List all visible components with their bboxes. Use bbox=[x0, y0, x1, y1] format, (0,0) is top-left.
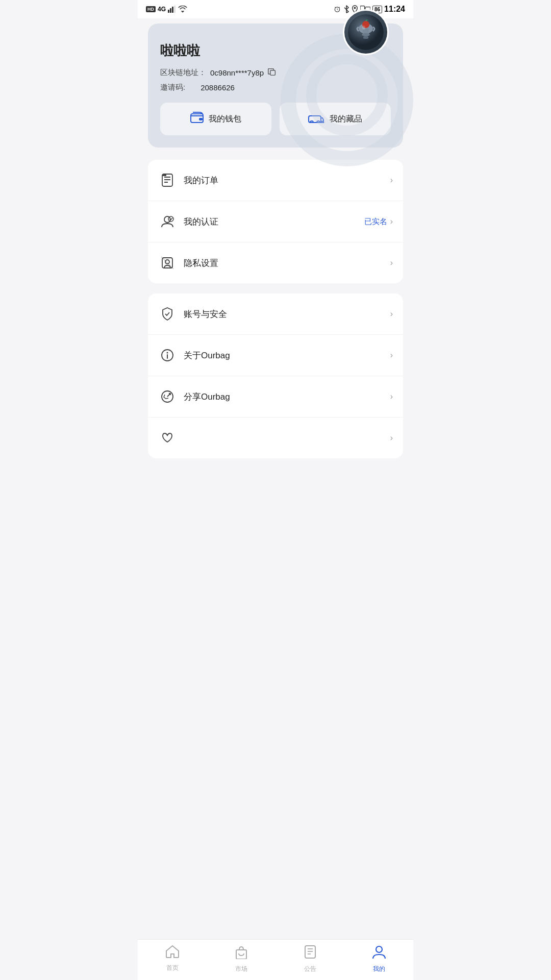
collection-label: 我的藏品 bbox=[330, 114, 362, 125]
invite-row: 邀请码: 20886626 bbox=[160, 83, 391, 92]
info-icon bbox=[158, 346, 177, 364]
auth-chevron: › bbox=[390, 217, 393, 226]
privacy-icon bbox=[158, 254, 177, 272]
menu-item-account[interactable]: 账号与安全 › bbox=[148, 293, 403, 335]
account-label: 账号与安全 bbox=[184, 308, 390, 320]
privacy-right: › bbox=[390, 258, 393, 267]
menu-item-privacy[interactable]: 隐私设置 › bbox=[148, 242, 403, 283]
shield-icon bbox=[158, 305, 177, 323]
alarm-icon bbox=[333, 6, 341, 13]
svg-rect-23 bbox=[162, 174, 166, 176]
blockchain-row: 区块链地址： 0c98nn****7y8p bbox=[160, 68, 391, 78]
signal-bars-icon bbox=[168, 6, 176, 13]
bluetooth-icon bbox=[343, 5, 349, 13]
svg-rect-1 bbox=[170, 8, 171, 13]
wallet-icon bbox=[190, 112, 204, 126]
avatar-image bbox=[344, 11, 387, 54]
svg-rect-3 bbox=[174, 6, 176, 13]
page-content: 啦啦啦 区块链地址： 0c98nn****7y8p 邀请码: 20886626 bbox=[138, 18, 413, 514]
about-chevron: › bbox=[390, 351, 393, 360]
svg-point-5 bbox=[354, 7, 356, 9]
svg-rect-15 bbox=[270, 70, 276, 76]
orders-label: 我的订单 bbox=[184, 175, 390, 186]
auth-status: 已实名 bbox=[364, 217, 387, 227]
heart-icon bbox=[158, 429, 177, 447]
signal-4g: 4G bbox=[158, 6, 166, 13]
more-chevron: › bbox=[390, 433, 393, 443]
share-icon bbox=[158, 387, 177, 406]
profile-card: 啦啦啦 区块链地址： 0c98nn****7y8p 邀请码: 20886626 bbox=[148, 23, 403, 148]
invite-label: 邀请码: bbox=[160, 83, 185, 92]
svg-rect-2 bbox=[172, 7, 173, 13]
about-right: › bbox=[390, 351, 393, 360]
auth-icon bbox=[158, 212, 177, 231]
svg-rect-12 bbox=[363, 36, 368, 39]
hd-badge: HD bbox=[146, 6, 156, 12]
avatar-artwork bbox=[348, 14, 384, 50]
share-label: 分享Ourbag bbox=[184, 391, 390, 403]
privacy-chevron: › bbox=[390, 258, 393, 267]
svg-rect-0 bbox=[168, 10, 169, 13]
share-chevron: › bbox=[390, 392, 393, 401]
wifi-icon bbox=[178, 6, 187, 13]
svg-point-25 bbox=[168, 216, 173, 222]
menu-section-1: 我的订单 › 我的认证 已实名 › bbox=[148, 160, 403, 283]
menu-item-more[interactable]: › bbox=[148, 418, 403, 458]
auth-right: 已实名 › bbox=[364, 217, 393, 227]
svg-point-11 bbox=[362, 33, 370, 36]
more-right: › bbox=[390, 433, 393, 443]
orders-chevron: › bbox=[390, 176, 393, 185]
avatar bbox=[343, 9, 389, 55]
menu-item-share[interactable]: 分享Ourbag › bbox=[148, 376, 403, 418]
blockchain-label: 区块链地址： bbox=[160, 68, 206, 78]
menu-section-2: 账号与安全 › 关于Ourbag › bbox=[148, 293, 403, 458]
menu-item-about[interactable]: 关于Ourbag › bbox=[148, 335, 403, 376]
share-right: › bbox=[390, 392, 393, 401]
svg-point-29 bbox=[167, 352, 168, 354]
blockchain-value: 0c98nn****7y8p bbox=[210, 68, 264, 77]
wallet-label: 我的钱包 bbox=[209, 114, 241, 125]
menu-item-auth[interactable]: 我的认证 已实名 › bbox=[148, 201, 403, 242]
svg-rect-17 bbox=[199, 118, 203, 120]
menu-item-orders[interactable]: 我的订单 › bbox=[148, 160, 403, 201]
account-right: › bbox=[390, 309, 393, 318]
time-display: 11:24 bbox=[384, 5, 405, 14]
auth-label: 我的认证 bbox=[184, 216, 364, 228]
orders-right: › bbox=[390, 176, 393, 185]
collection-button[interactable]: 我的藏品 bbox=[280, 103, 391, 135]
privacy-label: 隐私设置 bbox=[184, 257, 390, 269]
collection-icon bbox=[308, 112, 324, 126]
about-label: 关于Ourbag bbox=[184, 350, 390, 361]
invite-code: 20886626 bbox=[201, 83, 235, 92]
account-chevron: › bbox=[390, 309, 393, 318]
wallet-button[interactable]: 我的钱包 bbox=[160, 103, 271, 135]
status-left: HD 4G bbox=[146, 6, 187, 13]
orders-icon bbox=[158, 171, 177, 189]
copy-icon[interactable] bbox=[268, 68, 276, 78]
action-buttons: 我的钱包 我的藏品 bbox=[160, 103, 391, 135]
